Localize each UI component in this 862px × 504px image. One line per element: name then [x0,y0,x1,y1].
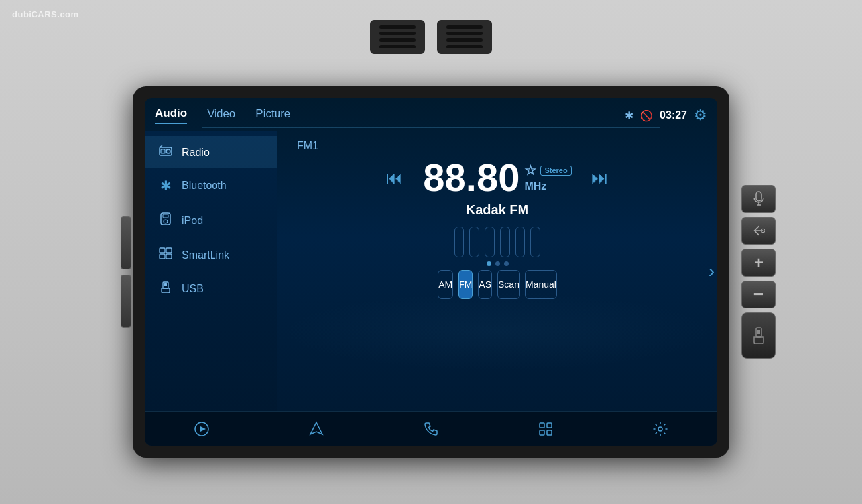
scan-mode-button[interactable]: Scan [497,270,520,299]
back-button[interactable] [741,217,776,245]
preset-button-4[interactable]: — [500,227,510,257]
frequency-row: ⏮ 88.80 ☆ Stereo MHz [297,158,698,197]
fm-mode-button[interactable]: FM [458,270,473,299]
sidebar-label-ipod: iPod [182,215,203,227]
left-button-bottom[interactable] [121,275,131,328]
sidebar-label-bluetooth: Bluetooth [182,180,227,192]
page-dot-1 [487,261,491,266]
stereo-badge: Stereo [540,166,571,176]
volume-up-button[interactable]: + [741,249,776,277]
main-tabs: Audio Video Picture [155,107,290,124]
top-bar: Audio Video Picture ✱ 🚫 03:27 ⚙ [145,98,717,127]
as-mode-button[interactable]: AS [478,270,492,299]
sidebar-label-usb: USB [182,283,204,295]
frequency-number: 88.80 ☆ Stereo MHz [423,158,571,197]
vent-area [370,20,492,54]
svg-marker-18 [310,422,322,434]
svg-rect-13 [166,254,172,259]
bottom-nav-phone[interactable] [414,416,448,442]
radio-display: FM1 ⏮ 88.80 ☆ Stereo [277,131,717,411]
bottom-nav-settings[interactable] [644,416,677,442]
svg-point-9 [164,220,168,223]
svg-rect-2 [757,330,760,334]
next-station-button[interactable]: ⏭ [591,168,609,188]
svg-rect-22 [547,430,552,435]
bottom-nav [145,411,717,446]
bottom-nav-navigation[interactable] [300,416,333,442]
car-context: dubiCARS.com [0,0,862,504]
next-chevron-button[interactable]: › [709,261,715,282]
prev-station-button[interactable]: ⏮ [386,168,403,188]
settings-gear-icon[interactable]: ⚙ [694,107,707,124]
vent-left [370,20,425,54]
bottom-nav-play[interactable] [185,416,218,442]
signal-icon: 🚫 [640,109,653,122]
tab-video[interactable]: Video [207,107,235,123]
svg-rect-19 [540,423,544,428]
svg-rect-21 [540,430,544,435]
display-screen: Audio Video Picture ✱ 🚫 03:27 ⚙ [145,98,717,446]
sidebar: Radio ✱ Bluetooth [145,131,277,411]
freq-badges: ☆ Stereo [524,164,571,177]
vent-bar [446,25,483,29]
tab-picture[interactable]: Picture [255,107,290,123]
sidebar-item-bluetooth[interactable]: ✱ Bluetooth [145,168,277,203]
preset-button-3[interactable]: — [485,227,495,257]
frequency-unit: MHz [524,181,546,192]
main-content: FM1 ⏮ 88.80 ☆ Stereo [277,131,717,411]
head-unit: + − Audio Video Picture ✱ [133,86,729,458]
usb-icon [158,281,174,296]
svg-rect-11 [166,248,172,253]
svg-rect-20 [547,423,552,428]
svg-point-23 [658,427,662,431]
status-bar: ✱ 🚫 03:27 ⚙ [625,107,707,124]
vent-bar [446,32,483,35]
svg-rect-15 [164,283,167,286]
page-dot-3 [504,261,509,266]
svg-rect-7 [161,213,170,225]
page-dot-2 [495,261,500,266]
sidebar-label-radio: Radio [182,147,210,158]
bluetooth-icon: ✱ [158,178,174,194]
band-label: FM1 [297,140,318,152]
content-area: Radio ✱ Bluetooth [145,131,717,411]
am-mode-button[interactable]: AM [438,270,453,299]
svg-rect-8 [163,214,168,218]
station-name: Kadak FM [466,202,528,218]
favorite-star-icon[interactable]: ☆ [524,164,536,177]
preset-button-1[interactable]: — [454,227,464,257]
preset-row: — — — — — — [441,227,554,257]
clock: 03:27 [660,109,687,121]
voice-button[interactable] [741,185,776,213]
vent-bar [446,45,483,48]
bottom-nav-apps[interactable] [529,416,562,442]
tab-audio[interactable]: Audio [155,107,187,124]
manual-mode-button[interactable]: Manual [525,270,557,299]
preset-button-2[interactable]: — [469,227,479,257]
left-side-controls [121,216,131,328]
vent-bar [379,45,416,48]
vent-bar [379,25,416,29]
preset-button-5[interactable]: — [515,227,525,257]
frequency-value: 88.80 [423,158,519,197]
usb-port [741,312,776,359]
radio-icon [158,145,174,159]
sidebar-item-usb[interactable]: USB [145,272,277,306]
svg-rect-12 [160,254,165,259]
preset-button-6[interactable]: — [530,227,540,257]
svg-point-4 [166,149,170,153]
sidebar-item-ipod[interactable]: iPod [145,203,277,238]
svg-rect-10 [160,248,165,253]
bluetooth-status-icon: ✱ [625,109,633,122]
volume-down-button[interactable]: − [741,281,776,308]
frequency-display: 88.80 ☆ Stereo MHz [423,158,571,197]
svg-marker-17 [200,426,206,432]
vent-bar [379,32,416,35]
ipod-icon [158,212,174,229]
left-button-top[interactable] [121,216,131,269]
page-indicator [487,261,509,266]
vent-bar [446,38,483,42]
svg-rect-5 [161,149,165,153]
sidebar-item-smartlink[interactable]: SmartLink [145,238,277,272]
sidebar-item-radio[interactable]: Radio [145,136,277,168]
